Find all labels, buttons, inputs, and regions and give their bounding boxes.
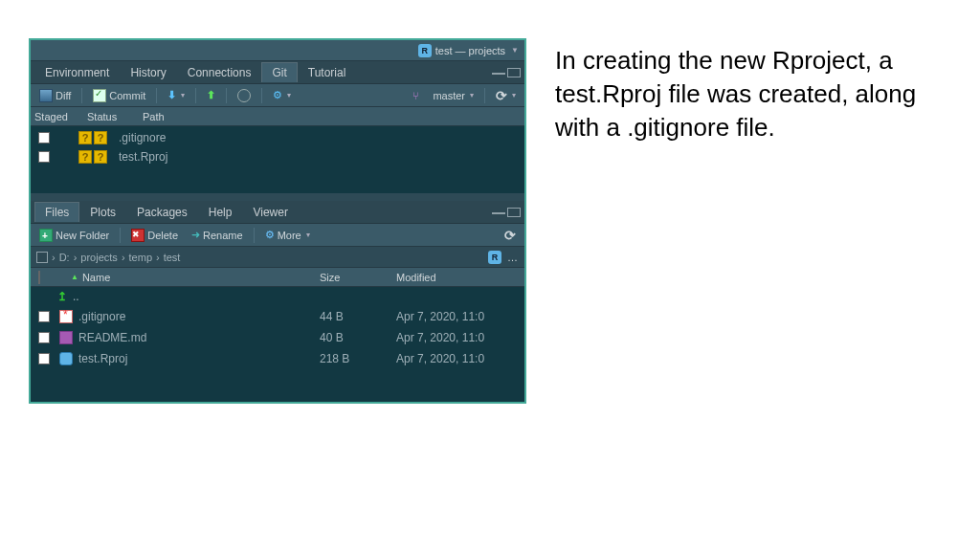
chevron-down-icon: ▾ (470, 91, 474, 99)
col-size[interactable]: Size (320, 272, 396, 283)
project-bar: R test — projects ▼ (31, 40, 524, 61)
col-staged[interactable]: Staged (34, 111, 87, 122)
commit-label: Commit (109, 90, 145, 101)
separator (81, 88, 82, 103)
history-button[interactable] (233, 87, 256, 104)
stage-checkbox[interactable] (38, 151, 50, 163)
col-name[interactable]: ▲ Name (57, 272, 320, 283)
file-checkbox[interactable] (38, 332, 50, 343)
tab-packages[interactable]: Packages (126, 202, 198, 223)
file-checkbox[interactable] (38, 353, 50, 364)
breadcrumb-seg[interactable]: temp (129, 252, 152, 263)
r-project-icon: R (418, 44, 432, 57)
file-modified: Apr 7, 2020, 11:0 (396, 331, 521, 344)
file-row[interactable]: README.md 40 B Apr 7, 2020, 11:0 (31, 327, 524, 348)
col-status[interactable]: Status (87, 111, 137, 122)
status-unknown-icon: ? (78, 150, 92, 164)
files-tabstrip: Files Plots Packages Help Viewer (31, 201, 524, 224)
git-row[interactable]: ? ? .gitignore (31, 128, 524, 147)
status-unknown-icon: ? (94, 131, 107, 144)
go-to-project-dir-icon[interactable]: R (488, 251, 501, 264)
file-size: 44 B (320, 310, 396, 323)
files-columns-header: ▲ Name Size Modified (31, 268, 524, 287)
chevron-down-icon: ▾ (512, 91, 516, 99)
separator (261, 88, 262, 103)
chevron-right-icon: › (156, 252, 160, 263)
select-all-checkbox[interactable] (38, 271, 40, 284)
breadcrumb-seg[interactable]: projects (80, 252, 118, 263)
chevron-down-icon[interactable]: ▼ (511, 46, 519, 55)
file-checkbox[interactable] (38, 311, 50, 322)
files-list: ↥ .. .gitignore 44 B Apr 7, 2020, 11:0 R… (31, 287, 524, 402)
separator (254, 228, 255, 243)
more-button[interactable]: ⚙ More ▾ (260, 227, 315, 243)
pane-window-controls (492, 208, 521, 217)
tab-history[interactable]: History (120, 62, 176, 83)
project-label[interactable]: test — projects (435, 45, 505, 56)
tab-tutorial[interactable]: Tutorial (298, 62, 357, 83)
pull-button[interactable]: ⬇▾ (163, 87, 189, 103)
breadcrumb-seg[interactable]: test (164, 252, 181, 263)
file-name: test.Rproj (78, 352, 320, 365)
chevron-right-icon: › (52, 252, 56, 263)
pane-window-controls (492, 68, 521, 77)
git-more-button[interactable]: ⚙▾ (268, 87, 296, 103)
status-unknown-icon: ? (78, 131, 92, 144)
clock-icon (237, 89, 251, 102)
tab-git[interactable]: Git (261, 62, 297, 82)
minimize-pane-icon[interactable] (492, 210, 505, 214)
file-modified: Apr 7, 2020, 11:0 (396, 310, 521, 323)
parent-dir-row[interactable]: ↥ .. (31, 287, 524, 306)
browse-icon[interactable]: … (507, 252, 519, 263)
maximize-pane-icon[interactable] (507, 68, 521, 77)
git-row[interactable]: ? ? test.Rproj (31, 147, 524, 166)
chevron-right-icon: › (74, 252, 78, 263)
tab-help[interactable]: Help (198, 202, 243, 223)
file-name: .gitignore (78, 310, 320, 323)
rename-icon: ➜ (191, 229, 200, 241)
chevron-down-icon: ▾ (287, 91, 291, 99)
git-path: .gitignore (119, 131, 166, 144)
tab-connections[interactable]: Connections (177, 62, 262, 83)
diff-button[interactable]: Diff (34, 87, 76, 104)
file-size: 218 B (320, 352, 396, 365)
new-branch-button[interactable]: ⑂ (408, 88, 424, 103)
tab-viewer[interactable]: Viewer (242, 202, 298, 223)
breadcrumb-seg[interactable]: D: (59, 252, 70, 263)
gear-icon: ⚙ (273, 89, 282, 101)
stage-checkbox[interactable] (38, 132, 50, 143)
minimize-pane-icon[interactable] (492, 71, 505, 75)
more-label: More (278, 230, 301, 241)
push-up-icon: ⬆ (207, 89, 215, 101)
tab-environment[interactable]: Environment (34, 62, 120, 83)
col-path[interactable]: Path (137, 111, 521, 122)
refresh-button[interactable]: ⟳▾ (491, 86, 521, 105)
file-row[interactable]: test.Rproj 218 B Apr 7, 2020, 11:0 (31, 348, 524, 369)
col-modified[interactable]: Modified (396, 272, 521, 283)
col-name-label: Name (82, 272, 110, 283)
file-row[interactable]: .gitignore 44 B Apr 7, 2020, 11:0 (31, 306, 524, 327)
commit-button[interactable]: Commit (88, 87, 150, 104)
refresh-icon: ⟳ (504, 228, 516, 243)
chevron-right-icon: › (122, 252, 125, 263)
new-folder-button[interactable]: New Folder (34, 227, 114, 244)
home-icon[interactable] (36, 252, 48, 263)
git-tabstrip: Environment History Connections Git Tuto… (31, 61, 524, 84)
branch-selector[interactable]: master ▾ (428, 88, 479, 103)
files-toolbar: New Folder ✖ Delete ➜ Rename ⚙ More ▾ ⟳ (31, 224, 524, 247)
file-modified: Apr 7, 2020, 11:0 (396, 352, 521, 365)
delete-button[interactable]: ✖ Delete (126, 227, 183, 244)
rename-button[interactable]: ➜ Rename (187, 227, 248, 243)
separator (156, 88, 157, 103)
tab-plots[interactable]: Plots (79, 202, 126, 223)
sort-asc-icon: ▲ (71, 273, 78, 281)
markdown-file-icon (59, 331, 73, 344)
diff-icon (39, 89, 53, 102)
rename-label: Rename (203, 230, 243, 241)
refresh-files-button[interactable]: ⟳ (500, 226, 521, 245)
delete-icon: ✖ (131, 229, 145, 242)
tab-files[interactable]: Files (34, 202, 79, 222)
maximize-pane-icon[interactable] (507, 208, 521, 217)
push-button[interactable]: ⬆ (202, 87, 220, 103)
slide-caption: In creating the new Rproject, a test.Rpr… (555, 38, 951, 144)
